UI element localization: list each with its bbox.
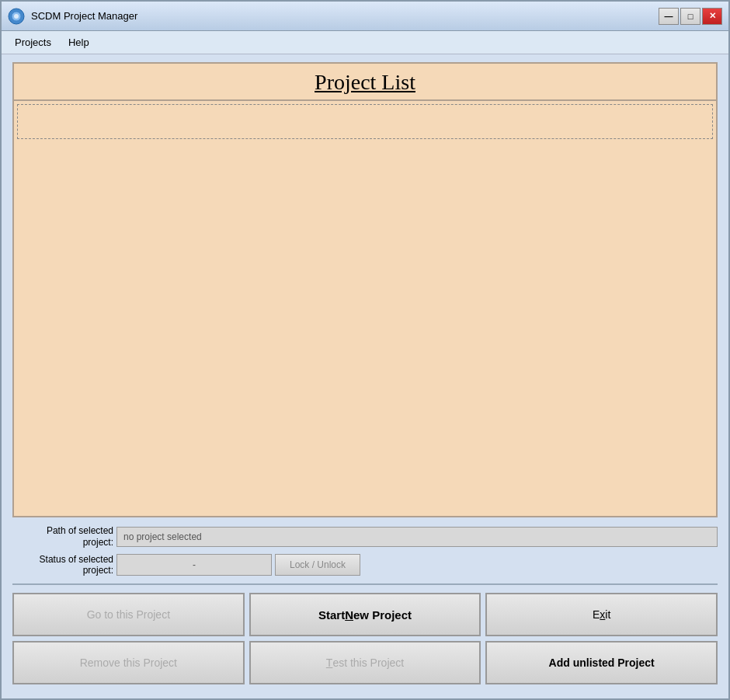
close-button[interactable]: ✕ [702,8,722,25]
button-row-1: Go to this Project Start New Project Exi… [12,593,718,636]
title-bar-buttons: — □ ✕ [659,8,722,25]
title-bar-left: SCDM Project Manager [8,8,137,25]
window-title: SCDM Project Manager [31,10,137,22]
project-list-content[interactable] [14,101,716,516]
lock-unlock-button[interactable]: Lock / Unlock [275,554,360,576]
button-row-2: Remove this Project Test this Project Ad… [12,641,718,684]
status-label: Status of selected project: [12,554,113,576]
menu-help[interactable]: Help [61,33,96,51]
status-value: - [116,554,272,576]
divider [12,583,718,585]
menu-bar: Projects Help [2,31,728,54]
svg-point-2 [14,14,19,19]
project-list-title: Project List [315,70,415,94]
button-rows: Go to this Project Start New Project Exi… [12,593,718,691]
title-bar: SCDM Project Manager — □ ✕ [2,2,728,31]
project-list-panel: Project List [12,62,718,517]
path-row: Path of selectedproject: no project sele… [12,525,718,549]
main-content: Project List Path of selectedproject: no… [2,54,728,698]
menu-projects[interactable]: Projects [8,33,58,51]
path-label: Path of selectedproject: [12,525,113,549]
project-list-header: Project List [14,64,716,101]
path-value: no project selected [116,527,718,547]
start-new-project-button[interactable]: Start New Project [249,593,481,636]
project-list-inner[interactable] [17,104,713,139]
remove-project-button[interactable]: Remove this Project [12,641,245,684]
test-project-button[interactable]: Test this Project [249,641,481,684]
application-window: SCDM Project Manager — □ ✕ Projects Help… [0,0,730,700]
info-section: Path of selectedproject: no project sele… [12,525,718,576]
app-icon [8,8,25,25]
go-to-project-button[interactable]: Go to this Project [12,593,245,636]
add-unlisted-project-button[interactable]: Add unlisted Project [485,641,718,684]
exit-button[interactable]: Exit [485,593,718,636]
minimize-button[interactable]: — [659,8,679,25]
status-row: Status of selected project: - Lock / Unl… [12,554,718,576]
maximize-button[interactable]: □ [680,8,700,25]
